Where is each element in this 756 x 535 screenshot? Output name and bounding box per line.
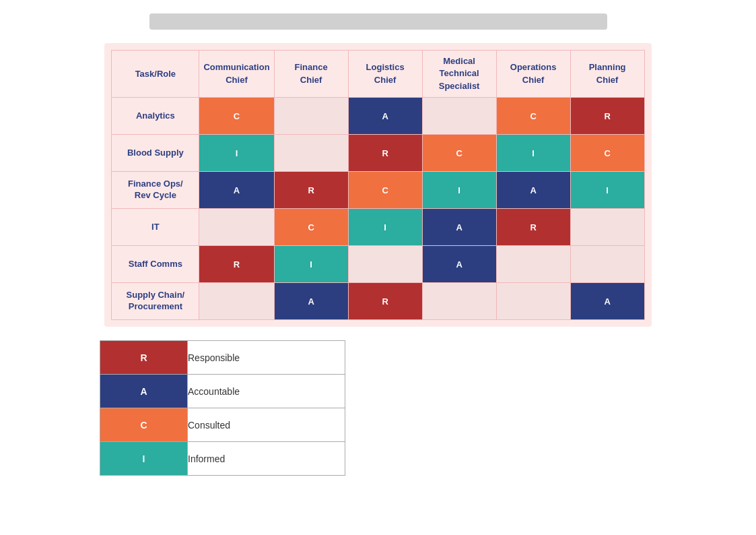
table-row: ITCIAR <box>112 209 644 246</box>
matrix-cell: I <box>496 135 570 172</box>
col-plan-header: PlanningChief <box>570 51 644 98</box>
page-title <box>149 13 607 30</box>
matrix-cell: A <box>496 172 570 209</box>
row-label: Blood Supply <box>112 135 199 172</box>
matrix-cell: A <box>422 209 496 246</box>
matrix-cell: R <box>199 246 274 283</box>
task-role-header: Task/Role <box>112 51 199 98</box>
matrix-cell <box>422 283 496 320</box>
legend-row: RResponsible <box>100 341 345 375</box>
header-row: Task/Role CommunicationChief FinanceChie… <box>112 51 644 98</box>
matrix-cell: I <box>274 246 348 283</box>
matrix-cell: I <box>348 209 422 246</box>
row-label: IT <box>112 209 199 246</box>
matrix-cell <box>570 246 644 283</box>
matrix-cell: C <box>348 172 422 209</box>
matrix-body: AnalyticsCACRBlood SupplyIRCICFinance Op… <box>112 98 644 320</box>
col-med-header: Medical TechnicalSpecialist <box>422 51 496 98</box>
matrix-cell: R <box>570 98 644 135</box>
table-row: Blood SupplyIRCIC <box>112 135 644 172</box>
legend-label-cell: Informed <box>188 442 345 476</box>
row-label: Finance Ops/Rev Cycle <box>112 172 199 209</box>
legend-color-cell: C <box>100 408 188 442</box>
table-row: Finance Ops/Rev CycleARCIAI <box>112 172 644 209</box>
matrix-cell: R <box>274 172 348 209</box>
col-ops-header: OperationsChief <box>496 51 570 98</box>
legend-label-cell: Responsible <box>188 341 345 375</box>
matrix-cell: C <box>199 98 274 135</box>
matrix-cell: A <box>348 98 422 135</box>
matrix-cell: C <box>422 135 496 172</box>
matrix-cell: R <box>348 135 422 172</box>
matrix-cell <box>348 246 422 283</box>
legend-body: RResponsibleAAccountableCConsultedIInfor… <box>100 341 345 476</box>
matrix-cell: C <box>274 209 348 246</box>
matrix-cell: I <box>570 172 644 209</box>
matrix-cell <box>422 98 496 135</box>
title-container <box>149 13 607 30</box>
legend-row: CConsulted <box>100 408 345 442</box>
matrix-cell <box>570 209 644 246</box>
legend-row: AAccountable <box>100 375 345 408</box>
col-log-header: LogisticsChief <box>348 51 422 98</box>
matrix-cell: R <box>496 209 570 246</box>
matrix-cell: A <box>422 246 496 283</box>
matrix-cell <box>274 135 348 172</box>
legend-label-cell: Accountable <box>188 375 345 408</box>
col-comm-header: CommunicationChief <box>199 51 274 98</box>
matrix-cell <box>496 246 570 283</box>
matrix-cell <box>496 283 570 320</box>
matrix-cell <box>199 209 274 246</box>
matrix-cell <box>199 283 274 320</box>
matrix-cell: I <box>199 135 274 172</box>
table-row: Staff CommsRIA <box>112 246 644 283</box>
row-label: Staff Comms <box>112 246 199 283</box>
legend-color-cell: I <box>100 442 188 476</box>
matrix-table: Task/Role CommunicationChief FinanceChie… <box>111 50 644 320</box>
matrix-wrapper: Task/Role CommunicationChief FinanceChie… <box>104 43 651 327</box>
matrix-cell: A <box>570 283 644 320</box>
legend-wrapper: RResponsibleAAccountableCConsultedIInfor… <box>100 340 345 476</box>
page-wrapper: Task/Role CommunicationChief FinanceChie… <box>0 13 756 476</box>
matrix-cell <box>274 98 348 135</box>
legend-table: RResponsibleAAccountableCConsultedIInfor… <box>100 340 345 476</box>
legend-row: IInformed <box>100 442 345 476</box>
table-row: AnalyticsCACR <box>112 98 644 135</box>
legend-color-cell: R <box>100 341 188 375</box>
col-fin-header: FinanceChief <box>274 51 348 98</box>
row-label: Analytics <box>112 98 199 135</box>
matrix-cell: A <box>199 172 274 209</box>
legend-label-cell: Consulted <box>188 408 345 442</box>
matrix-cell: C <box>570 135 644 172</box>
row-label: Supply Chain/Procurement <box>112 283 199 320</box>
table-row: Supply Chain/ProcurementARA <box>112 283 644 320</box>
legend-color-cell: A <box>100 375 188 408</box>
matrix-cell: R <box>348 283 422 320</box>
matrix-cell: C <box>496 98 570 135</box>
matrix-cell: A <box>274 283 348 320</box>
matrix-cell: I <box>422 172 496 209</box>
